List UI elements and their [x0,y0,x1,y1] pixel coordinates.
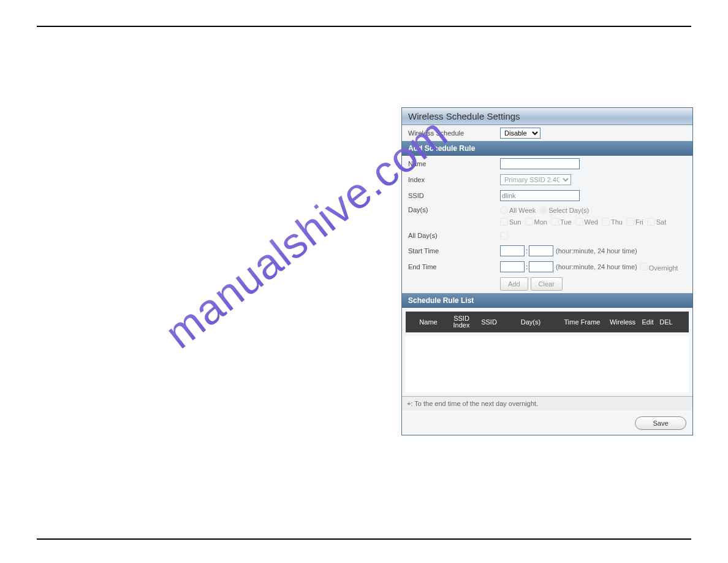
sat-text: Sat [656,218,667,226]
alldays-checkbox[interactable] [500,232,508,240]
allweek-radio-label[interactable]: All Week [500,206,536,214]
list-body [406,336,689,393]
ssid-input [500,190,580,201]
wireless-schedule-select[interactable]: Disable [500,128,540,139]
day-tue[interactable]: Tue [551,218,572,226]
selectdays-radio-label[interactable]: Select Day(s) [539,206,589,214]
starttime-label: Start Time [408,247,500,255]
day-wed[interactable]: Wed [575,218,598,226]
ssid-label: SSID [408,192,500,199]
col-ssid: SSID [474,318,504,326]
mon-checkbox[interactable] [525,218,533,226]
index-select: Primary SSID 2.4G [500,174,571,185]
footnote: +: To the end time of the next day overn… [402,396,692,410]
tue-text: Tue [560,218,572,226]
fri-text: Fri [635,218,643,226]
starttime-hour[interactable] [500,245,525,256]
ssid-row: SSID [402,188,692,204]
save-row: Save [402,410,692,436]
add-schedule-header: Add Schedule Rule [402,141,692,156]
sun-checkbox[interactable] [500,218,508,226]
days-label: Day(s) [408,206,500,213]
allweek-text: All Week [509,207,536,214]
overnight-label[interactable]: Overnight [640,262,678,272]
wed-checkbox[interactable] [575,218,583,226]
col-days: Day(s) [504,318,558,326]
endtime-hour[interactable] [500,261,525,272]
mon-text: Mon [534,218,547,226]
overnight-checkbox[interactable] [640,262,648,270]
endtime-label: End Time [408,263,500,270]
add-button[interactable]: Add [500,277,528,291]
list-columns: Name SSID Index SSID Day(s) Time Frame W… [406,312,689,332]
index-row: Index Primary SSID 2.4G [402,172,692,188]
list-body-empty [409,336,685,385]
alldays-label: All Day(s) [408,232,500,239]
day-checkboxes: Sun Mon Tue Wed Thu Fri Sat [500,218,667,226]
starttime-hint: (hour:minute, 24 hour time) [556,247,637,255]
day-thu[interactable]: Thu [602,218,623,226]
col-ssid-index: SSID Index [449,315,474,329]
clear-button[interactable]: Clear [531,277,563,291]
wireless-schedule-label: Wireless Schedule [408,129,500,137]
day-sun[interactable]: Sun [500,218,521,226]
starttime-minute[interactable] [529,245,553,256]
col-timeframe: Time Frame [558,318,607,326]
days-row: Day(s) All Week Select Day(s) Sun Mon Tu… [402,204,692,228]
name-label: Name [408,160,500,167]
endtime-colon-icon: : [526,263,528,270]
day-sat[interactable]: Sat [647,218,667,226]
list-wrapper: Name SSID Index SSID Day(s) Time Frame W… [402,308,692,396]
alldays-row: All Day(s) [402,228,692,243]
thu-text: Thu [611,218,623,226]
thu-checkbox[interactable] [602,218,610,226]
starttime-row: Start Time : (hour:minute, 24 hour time) [402,243,692,259]
wed-text: Wed [585,218,598,226]
days-mode-group: All Week Select Day(s) [500,206,667,214]
name-input[interactable] [500,158,580,169]
col-name: Name [408,318,449,326]
page-top-rule [37,26,691,27]
schedule-list-header: Schedule Rule List [402,293,692,308]
save-button[interactable]: Save [635,416,686,430]
allweek-radio[interactable] [500,206,508,214]
wireless-schedule-row: Wireless Schedule Disable [402,125,692,141]
endtime-minute[interactable] [529,261,553,272]
wireless-schedule-panel: Wireless Schedule Settings Wireless Sche… [401,107,693,435]
panel-title: Wireless Schedule Settings [402,108,692,125]
name-row: Name [402,156,692,172]
add-clear-row: Add Clear [402,275,692,293]
endtime-row: End Time : (hour:minute, 24 hour time) O… [402,259,692,275]
col-edit: Edit [639,318,657,326]
col-del: DEL [657,318,675,326]
endtime-hint: (hour:minute, 24 hour time) [556,263,637,270]
selectdays-radio[interactable] [539,206,547,214]
day-fri[interactable]: Fri [626,218,643,226]
sun-text: Sun [509,218,521,226]
tue-checkbox[interactable] [551,218,559,226]
sat-checkbox[interactable] [647,218,655,226]
index-label: Index [408,176,500,183]
fri-checkbox[interactable] [626,218,634,226]
selectdays-text: Select Day(s) [548,207,589,214]
page-bottom-rule [37,538,691,540]
col-wireless: Wireless [607,318,639,326]
overnight-text: Overnight [649,264,678,272]
starttime-colon-icon: : [526,247,528,255]
day-mon[interactable]: Mon [525,218,547,226]
